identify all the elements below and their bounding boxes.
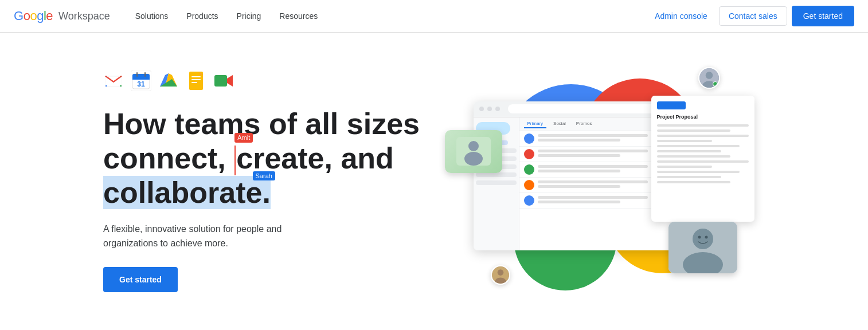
- hero-get-started-button[interactable]: Get started: [103, 267, 178, 292]
- doc-line: [657, 176, 721, 178]
- doc-line: [657, 124, 749, 127]
- svg-point-23: [468, 141, 479, 151]
- contact-sales-button[interactable]: Contact sales: [719, 6, 787, 26]
- gmail-icon: [103, 70, 124, 91]
- email-line: [538, 170, 620, 172]
- email-avatar-4: [524, 180, 534, 190]
- doc-line: [657, 129, 730, 132]
- email-line: [538, 154, 620, 157]
- email-line: [538, 139, 620, 142]
- svg-rect-6: [132, 77, 150, 80]
- doc-panel-mockup: Project Proposal: [651, 96, 754, 222]
- email-line: [538, 196, 648, 199]
- svg-rect-19: [214, 75, 227, 87]
- meet-video-bubble-large: [668, 222, 737, 273]
- sidebar-item-5: [476, 180, 517, 185]
- google-wordmark: Google: [14, 9, 53, 23]
- brand-logo[interactable]: Google Workspace: [14, 9, 110, 23]
- email-line: [538, 134, 648, 137]
- docs-icon: [186, 70, 206, 91]
- email-avatar-3: [524, 164, 534, 175]
- meet-icon: [213, 70, 234, 91]
- doc-title: Project Proposal: [657, 114, 749, 120]
- user-avatar-top-right: [698, 67, 720, 89]
- tab-primary: Primary: [524, 120, 547, 128]
- email-line: [538, 180, 648, 183]
- hero-heading: How teams of all sizes connect, Amitcrea…: [103, 107, 434, 210]
- doc-line: [657, 166, 712, 168]
- nav-products[interactable]: Products: [179, 7, 225, 25]
- user-avatar-bottom-left: [491, 265, 510, 285]
- workspace-label: Workspace: [58, 10, 110, 22]
- sarah-cursor-tag: Sarah: [253, 171, 275, 181]
- svg-point-34: [497, 269, 503, 276]
- product-icons-row: 31: [103, 70, 434, 91]
- svg-rect-16: [191, 79, 201, 80]
- nav-pricing[interactable]: Pricing: [230, 7, 268, 25]
- gmail-body: Primary Social Promos: [474, 117, 680, 250]
- email-line: [538, 201, 620, 203]
- doc-line: [657, 171, 740, 173]
- svg-point-24: [464, 152, 483, 166]
- heading-line2: connect, Amitcreate, and: [103, 142, 394, 175]
- win-dot-2: [487, 107, 492, 111]
- navbar-actions: Admin console Contact sales Get started: [648, 6, 854, 26]
- nav-solutions[interactable]: Solutions: [128, 7, 175, 25]
- svg-point-31: [705, 72, 713, 79]
- email-avatar-1: [524, 133, 534, 144]
- email-avatar-2: [524, 149, 534, 159]
- doc-line: [657, 160, 749, 163]
- win-dot-3: [495, 107, 500, 111]
- doc-line: [657, 145, 740, 147]
- email-avatar-5: [524, 195, 534, 206]
- doc-line: [657, 135, 749, 137]
- email-line: [538, 150, 648, 152]
- hero-content: 31: [103, 70, 434, 292]
- nav-resources[interactable]: Resources: [272, 7, 324, 25]
- hero-section: 31: [0, 33, 868, 330]
- svg-rect-15: [191, 76, 201, 77]
- main-nav: Solutions Products Pricing Resources: [128, 7, 648, 25]
- tab-social: Social: [550, 120, 569, 128]
- doc-line: [657, 155, 730, 158]
- gmail-search-bar: [508, 104, 670, 113]
- amit-cursor-tag: Amit: [234, 133, 253, 143]
- get-started-nav-button[interactable]: Get started: [792, 6, 854, 26]
- calendar-icon: 31: [131, 70, 151, 91]
- doc-line: [657, 140, 712, 142]
- doc-line: [657, 181, 730, 183]
- tab-promos: Promos: [573, 120, 596, 128]
- gmail-topbar: [474, 101, 680, 117]
- email-line: [538, 165, 648, 168]
- win-dot-1: [479, 107, 484, 111]
- heading-highlight: collaborate.Sarah: [103, 176, 271, 209]
- sidebar-item-4: [476, 172, 517, 177]
- admin-console-button[interactable]: Admin console: [648, 7, 714, 25]
- email-line: [538, 185, 620, 188]
- svg-point-26: [693, 229, 713, 249]
- gmail-mockup: Primary Social Promos: [474, 101, 680, 250]
- svg-text:31: 31: [137, 80, 145, 88]
- amit-cursor: Amit: [234, 146, 236, 175]
- svg-rect-17: [191, 82, 197, 83]
- hero-subtext: A flexible, innovative solution for peop…: [103, 222, 333, 251]
- hero-illustration-area: Primary Social Promos: [434, 61, 765, 302]
- doc-line: [657, 150, 721, 152]
- drive-icon: [158, 70, 179, 91]
- meet-video-bubble-small: [445, 130, 502, 173]
- online-indicator: [713, 81, 718, 87]
- doc-button: [657, 101, 686, 109]
- hero-illustration: Primary Social Promos: [456, 73, 743, 290]
- svg-marker-20: [227, 75, 233, 87]
- navbar: Google Workspace Solutions Products Pric…: [0, 0, 868, 33]
- svg-point-28: [698, 235, 701, 238]
- svg-point-29: [705, 235, 707, 238]
